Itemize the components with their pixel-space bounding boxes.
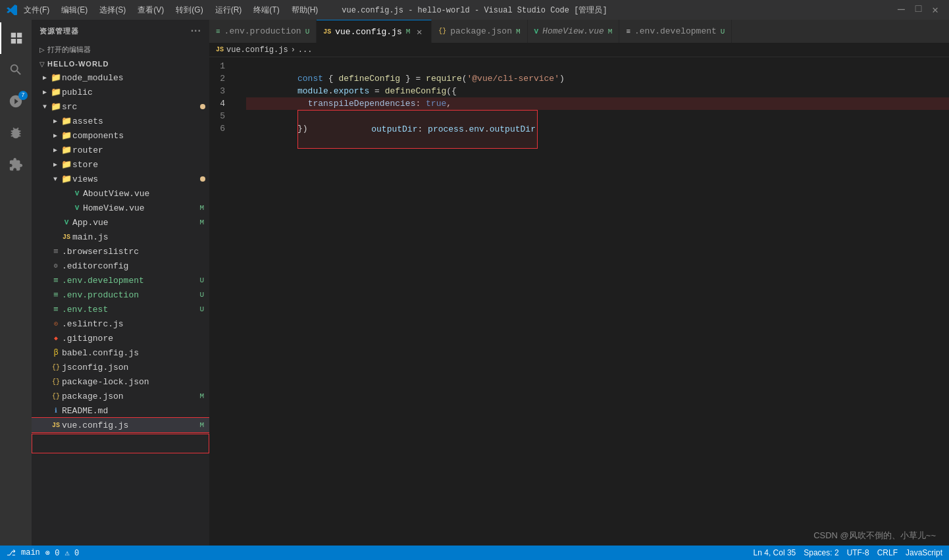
chevron-right-icon: ▶ [50, 117, 61, 125]
warning-count: ⚠ 0 [64, 548, 79, 558]
tree-item-package-lock[interactable]: {} package-lock.json [32, 374, 209, 389]
filename-router: router [72, 145, 209, 155]
tree-item-router[interactable]: ▶ 📁 router [32, 143, 209, 157]
tree-item-eslintrc[interactable]: ⊙ .eslintrc.js [32, 317, 209, 331]
menu-goto[interactable]: 转到(G) [170, 3, 208, 17]
activity-debug[interactable] [0, 117, 32, 149]
tree-item-babel[interactable]: β babel.config.js [32, 345, 209, 360]
line-col-info: Ln 4, Col 35 [754, 548, 796, 557]
tree-item-env-development[interactable]: ≡ .env.development U [32, 273, 209, 288]
vue-config-badge: M [199, 421, 209, 429]
tree-item-env-production[interactable]: ≡ .env.production U [32, 288, 209, 302]
menu-edit[interactable]: 编辑(E) [56, 3, 93, 17]
vue-file-icon: V [534, 28, 539, 36]
tree-item-vue-config[interactable]: JS vue.config.js M [32, 418, 209, 432]
error-count: ⊗ 0 [45, 548, 60, 558]
chevron-down-icon: ▼ [39, 103, 50, 111]
env-dev-icon: ≡ [626, 28, 630, 36]
filename-env-test: .env.test [62, 305, 199, 315]
tree-item-node-modules[interactable]: ▶ 📁 node_modules [32, 70, 209, 85]
breadcrumb-symbol[interactable]: ... [298, 45, 313, 55]
tab-label-package-json: package.json [450, 26, 512, 36]
filename-components: components [72, 131, 209, 141]
menu-view[interactable]: 查看(V) [132, 3, 169, 17]
activity-search[interactable] [0, 54, 32, 86]
filename-node-modules: node_modules [62, 73, 209, 83]
chevron-right-icon: ▷ [39, 46, 45, 53]
tab-badge-homeview: M [608, 28, 613, 36]
menu-select[interactable]: 选择(S) [94, 3, 131, 17]
tree-item-package-json[interactable]: {} package.json M [32, 389, 209, 403]
tree-item-appvue[interactable]: V App.vue M [32, 215, 209, 230]
env-icon: ≡ [50, 276, 62, 286]
folder-icon: 📁 [61, 116, 72, 126]
git-icon: ◆ [50, 334, 62, 342]
code-line-3: transpileDependencies: true, [246, 85, 949, 97]
chevron-right-icon: ▶ [39, 88, 50, 96]
menu-file[interactable]: 文件(F) [18, 3, 55, 17]
filename-package-json: package.json [62, 392, 199, 401]
line-num-3: 3 [209, 85, 233, 97]
tree-item-components[interactable]: ▶ 📁 components [32, 128, 209, 143]
tab-label-vue-config: vue.config.js [335, 27, 401, 37]
tab-close-vue-config[interactable]: ✕ [414, 26, 424, 37]
tree-item-browserslistrc[interactable]: ≡ .browserslistrc [32, 244, 209, 259]
activity-explorer[interactable] [0, 22, 32, 54]
eol-info: CRLF [877, 548, 898, 557]
tab-env-development[interactable]: ≡ .env.development U [619, 20, 732, 43]
tree-item-env-test[interactable]: ≡ .env.test U [32, 302, 209, 317]
filename-gitignore: .gitignore [62, 334, 209, 344]
open-editors-section[interactable]: ▷ 打开的编辑器 [32, 42, 209, 57]
filename-store: store [72, 160, 209, 170]
folder-icon: 📁 [61, 174, 72, 184]
folder-icon: 📁 [50, 72, 62, 83]
breadcrumb-file[interactable]: vue.config.js [226, 45, 288, 55]
tree-item-mainjs[interactable]: JS main.js [32, 230, 209, 244]
menu-run[interactable]: 运行(R) [210, 3, 247, 17]
maximize-button[interactable]: □ [911, 3, 926, 16]
code-content[interactable]: const { defineConfig } = require('@vue/c… [241, 57, 949, 546]
tree-item-public[interactable]: ▶ 📁 public [32, 85, 209, 99]
filename-readme: README.md [62, 406, 209, 416]
sidebar: 资源管理器 ··· ▷ 打开的编辑器 ▽ HELLO-WORLD ▶ 📁 nod… [32, 20, 209, 546]
tree-item-store[interactable]: ▶ 📁 store [32, 157, 209, 172]
tree-item-gitignore[interactable]: ◆ .gitignore [32, 331, 209, 345]
tree-item-aboutview[interactable]: V AboutView.vue [32, 186, 209, 201]
line-num-6: 6 [209, 122, 233, 135]
browserslist-icon: ≡ [50, 247, 62, 257]
folder-icon: 📁 [61, 130, 72, 141]
sidebar-more-button[interactable]: ··· [191, 25, 201, 37]
tab-env-production[interactable]: ≡ .env.production U [209, 20, 317, 43]
menu-help[interactable]: 帮助(H) [286, 3, 324, 17]
vue-icon: V [71, 204, 83, 212]
tree-item-readme[interactable]: ℹ README.md [32, 403, 209, 418]
close-button[interactable]: ✕ [928, 3, 942, 16]
tab-vue-config[interactable]: JS vue.config.js M ✕ [317, 20, 432, 43]
filename-vue-config: vue.config.js [62, 420, 199, 430]
project-section[interactable]: ▽ HELLO-WORLD [32, 57, 209, 70]
code-line-5: }) [246, 110, 949, 122]
tree-item-src[interactable]: ▼ 📁 src [32, 99, 209, 114]
filename-assets: assets [72, 116, 209, 126]
views-modified-dot [200, 176, 205, 182]
tab-package-json[interactable]: {} package.json M [432, 20, 527, 43]
activity-extensions[interactable] [0, 149, 32, 180]
activity-bar: 7 [0, 20, 32, 546]
tab-homeview[interactable]: V HomeView.vue M [528, 20, 620, 43]
tree-item-jsconfig[interactable]: {} jsconfig.json [32, 360, 209, 374]
git-branch-label: main [21, 548, 40, 557]
tree-item-assets[interactable]: ▶ 📁 assets [32, 114, 209, 128]
menu-terminal[interactable]: 终端(T) [248, 3, 284, 17]
activity-git[interactable]: 7 [0, 86, 32, 117]
minimize-button[interactable]: ─ [894, 3, 909, 16]
git-branch-icon: ⎇ [7, 548, 16, 558]
vscode-icon [7, 5, 17, 15]
filename-env-development: .env.development [62, 276, 199, 286]
tree-item-editorconfig[interactable]: ⚙ .editorconfig [32, 259, 209, 273]
tab-label-homeview: HomeView.vue [542, 26, 604, 36]
folder-icon: 📁 [50, 87, 62, 97]
tree-item-homeview[interactable]: V HomeView.vue M [32, 201, 209, 215]
git-badge: 7 [18, 91, 28, 100]
tree-item-views[interactable]: ▼ 📁 views [32, 172, 209, 186]
env-icon: ≡ [50, 290, 62, 300]
